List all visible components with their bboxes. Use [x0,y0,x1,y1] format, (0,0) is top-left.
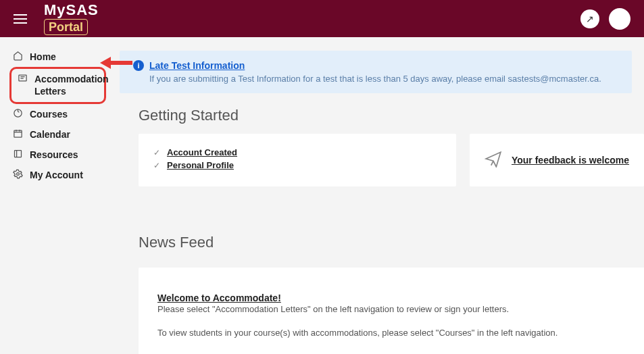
svg-marker-4 [100,57,111,69]
main-content: i Late Test Information If you are submi… [112,37,644,354]
resources-icon [12,149,23,159]
sidebar-item-label: Home [30,51,56,63]
notice-title-link[interactable]: Late Test Information [149,60,245,71]
app-header: MySAS Portal ↗ [0,0,644,37]
checklist-item: ✓ Account Created [153,147,441,157]
info-icon: i [133,60,144,71]
home-icon [12,51,23,61]
sidebar-item-resources[interactable]: Resources [9,145,106,165]
news-paragraph: To view students in your course(s) with … [157,328,644,338]
sidebar-item-calendar[interactable]: Calendar [9,124,106,145]
main-layout: Home Accommodation Letters Courses Calen… [0,37,644,354]
svg-rect-10 [14,150,21,157]
annotation-arrow-icon [100,55,132,82]
news-card: Welcome to Accommodate! Please select "A… [139,268,644,354]
news-heading-link[interactable]: Welcome to Accommodate! [157,293,281,303]
getting-started-title: Getting Started [139,107,644,124]
expand-button[interactable]: ↗ [580,9,599,28]
check-icon: ✓ [153,161,160,170]
sidebar-item-label: Resources [30,149,78,161]
app-logo: MySAS Portal [44,3,99,35]
notice-banner: i Late Test Information If you are submi… [120,51,632,93]
svg-point-11 [16,173,19,176]
menu-toggle-button[interactable] [14,14,27,24]
header-actions: ↗ [580,8,630,30]
sidebar-item-courses[interactable]: Courses [9,104,106,124]
feedback-link[interactable]: Your feedback is welcome [512,155,629,166]
sidebar-item-my-account[interactable]: My Account [9,165,106,185]
logo-text-top: MySAS [44,3,99,18]
sidebar-nav: Home Accommodation Letters Courses Calen… [0,37,112,354]
sidebar-item-accommodation-letters[interactable]: Accommodation Letters [9,67,106,103]
checklist-link[interactable]: Personal Profile [167,160,234,170]
notice-body-text: If you are submitting a Test Information… [133,74,618,84]
checklist-item: ✓ Personal Profile [153,160,441,170]
checklist-link[interactable]: Account Created [167,147,237,157]
logo-text-bottom: Portal [44,19,88,35]
sidebar-item-label: Calendar [30,128,70,141]
notice-header: i Late Test Information [133,60,618,71]
sidebar-item-home[interactable]: Home [9,47,106,67]
svg-rect-6 [14,130,21,137]
gear-icon [12,169,23,179]
sidebar-item-label: Courses [30,108,68,120]
sidebar-item-label: My Account [30,169,83,181]
sidebar-item-label: Accommodation Letters [34,73,109,97]
getting-started-card: ✓ Account Created ✓ Personal Profile [139,134,456,186]
news-feed-title: News Feed [139,234,644,251]
letters-icon [17,73,28,83]
profile-avatar-button[interactable] [609,8,630,30]
courses-icon [12,108,23,118]
feedback-card: Your feedback is welcome [470,134,644,186]
paper-plane-icon [485,150,502,170]
calendar-icon [12,128,23,138]
expand-icon: ↗ [586,14,594,24]
getting-started-row: ✓ Account Created ✓ Personal Profile You… [139,134,644,186]
news-paragraph: Please select "Accommodation Letters" on… [157,304,644,314]
check-icon: ✓ [153,148,160,157]
